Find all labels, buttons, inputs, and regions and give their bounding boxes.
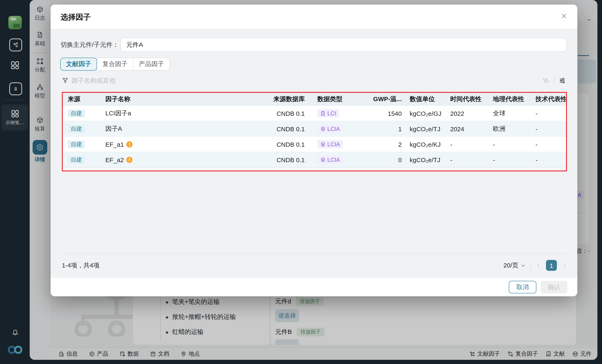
column-header-0[interactable]: 来源 bbox=[63, 95, 105, 103]
search-placeholder: 因子名称或其他 bbox=[72, 77, 115, 85]
component-select-input[interactable] bbox=[120, 38, 567, 52]
switch-component-label: 切换主元件/子元件： bbox=[61, 41, 119, 49]
reset-filter-icon[interactable] bbox=[542, 77, 549, 84]
unit-cell: kgCO₂e/GJ bbox=[402, 110, 450, 117]
factor-name-cell: LCI因子a ! bbox=[105, 109, 256, 117]
factor-name-cell: EF_a1 ! bbox=[105, 141, 256, 148]
switch-component-row: 切换主元件/子元件： bbox=[61, 38, 567, 52]
modal-footer: 取消 确认 bbox=[51, 278, 577, 296]
layers-icon bbox=[320, 126, 326, 131]
gwp-cell: 1 bbox=[367, 125, 402, 132]
table-row-1[interactable]: 自建 因子A ! CNDB 0.1 LCIA bbox=[63, 121, 566, 136]
tab-1[interactable]: 复合因子 bbox=[97, 58, 133, 71]
unit-cell: kgCO₂e/TJ bbox=[402, 125, 450, 132]
close-icon[interactable]: × bbox=[558, 10, 570, 22]
toolbar-divider bbox=[554, 77, 554, 85]
gwp-cell: 2 bbox=[367, 141, 402, 148]
confirm-button[interactable]: 确认 bbox=[540, 281, 567, 293]
tech-representativeness-cell: - bbox=[536, 141, 566, 148]
column-header-7[interactable]: 地理代表性 bbox=[493, 95, 536, 103]
data-type-badge: LCI bbox=[317, 109, 339, 118]
table-footer-strip bbox=[63, 167, 566, 171]
tech-representativeness-cell: - bbox=[536, 156, 566, 163]
database-cell: CNDB 0.1 bbox=[256, 125, 305, 132]
data-type-badge: LCIA bbox=[317, 155, 343, 164]
time-representativeness-cell: 2024 bbox=[450, 125, 493, 132]
time-representativeness-cell: - bbox=[450, 156, 493, 163]
column-header-1[interactable]: 因子名称 bbox=[105, 95, 256, 103]
factor-table: 来源 因子名称 来源数据库 数据类型 GWP-温... 数值单位 时间代表性 地… bbox=[62, 92, 567, 171]
pagination-bar: 1-4项，共4项 20/页 1 bbox=[62, 257, 567, 274]
factor-type-tabs: 文献因子 复合因子 产品因子 bbox=[61, 58, 170, 71]
factor-name-cell: EF_a2 ! bbox=[105, 156, 256, 163]
geo-representativeness-cell: 全球 bbox=[493, 109, 536, 117]
time-representativeness-cell: 2022 bbox=[450, 110, 493, 117]
geo-representativeness-cell: 欧洲 bbox=[493, 125, 536, 133]
column-header-8[interactable]: 技术代表性 bbox=[536, 95, 566, 103]
source-badge: 自建 bbox=[68, 156, 85, 164]
gwp-cell: 1540 bbox=[367, 110, 402, 117]
database-cell: CNDB 0.1 bbox=[256, 141, 305, 148]
data-type-badge: LCIA bbox=[317, 140, 343, 148]
page-number-button[interactable]: 1 bbox=[546, 260, 557, 271]
layers-icon bbox=[320, 157, 326, 162]
column-header-5[interactable]: 数值单位 bbox=[402, 95, 450, 103]
data-type-cell: LCI bbox=[305, 109, 367, 118]
tech-representativeness-cell: - bbox=[536, 125, 566, 132]
filter-funnel-icon bbox=[62, 77, 69, 84]
table-row-2[interactable]: 自建 EF_a1 ! CNDB 0.1 LCIA bbox=[63, 136, 566, 152]
warning-icon: ! bbox=[126, 157, 132, 163]
table-header-row: 来源 因子名称 来源数据库 数据类型 GWP-温... 数值单位 时间代表性 地… bbox=[63, 93, 566, 105]
column-header-2[interactable]: 来源数据库 bbox=[256, 95, 305, 103]
select-factor-modal: 选择因子 × 切换主元件/子元件： 文献因子 复合因子 产品因子 因子名称或其他 bbox=[51, 5, 577, 296]
pagination-separator bbox=[530, 262, 531, 269]
column-header-6[interactable]: 时间代表性 bbox=[450, 95, 493, 103]
source-badge: 自建 bbox=[68, 125, 85, 133]
factor-search-input[interactable]: 因子名称或其他 bbox=[62, 77, 542, 85]
database-cell: CNDB 0.1 bbox=[256, 156, 305, 163]
pagination-summary: 1-4项，共4项 bbox=[62, 261, 99, 269]
warning-icon: ! bbox=[126, 141, 132, 147]
pagination-divider bbox=[62, 254, 567, 254]
table-row-0[interactable]: 自建 LCI因子a ! CNDB 0.1 LCI bbox=[63, 105, 566, 121]
source-badge: 自建 bbox=[68, 140, 85, 148]
unit-cell: kgCO₂e/TJ bbox=[402, 156, 450, 163]
table-body: 自建 LCI因子a ! CNDB 0.1 LCI bbox=[63, 105, 566, 167]
prev-page-icon[interactable] bbox=[536, 263, 541, 268]
modal-title: 选择因子 bbox=[61, 12, 91, 22]
column-settings-icon[interactable] bbox=[559, 77, 566, 84]
data-type-cell: LCIA bbox=[305, 155, 367, 164]
data-type-cell: LCIA bbox=[305, 125, 367, 133]
data-type-cell: LCIA bbox=[305, 140, 367, 148]
next-page-icon[interactable] bbox=[562, 263, 567, 268]
source-badge: 自建 bbox=[68, 109, 85, 117]
clipboard-icon bbox=[320, 110, 326, 116]
filter-row: 因子名称或其他 bbox=[62, 76, 566, 85]
column-header-4[interactable]: GWP-温... bbox=[367, 95, 402, 103]
page-size-select[interactable]: 20/页 bbox=[503, 261, 526, 269]
tab-2[interactable]: 产品因子 bbox=[133, 58, 170, 71]
unit-cell: kgCO₂e/KJ bbox=[402, 141, 450, 148]
data-type-badge: LCIA bbox=[317, 125, 343, 133]
table-row-3[interactable]: 自建 EF_a2 ! CNDB 0.1 LCIA bbox=[63, 152, 566, 167]
time-representativeness-cell: - bbox=[450, 141, 493, 148]
chevron-down-icon bbox=[521, 263, 526, 268]
tab-0[interactable]: 文献因子 bbox=[60, 58, 97, 71]
column-header-3[interactable]: 数据类型 bbox=[305, 95, 367, 103]
cancel-button[interactable]: 取消 bbox=[509, 281, 536, 293]
tech-representativeness-cell: - bbox=[536, 110, 566, 117]
factor-name-cell: 因子A ! bbox=[105, 125, 256, 133]
layers-icon bbox=[320, 141, 326, 147]
database-cell: CNDB 0.1 bbox=[256, 110, 305, 117]
gwp-cell: 0 bbox=[367, 156, 402, 163]
geo-representativeness-cell: - bbox=[493, 141, 536, 148]
screen: 示例笔… 日志 基础 分配 bbox=[0, 0, 602, 364]
geo-representativeness-cell: - bbox=[493, 156, 536, 163]
modal-header: 选择因子 × bbox=[51, 5, 577, 29]
